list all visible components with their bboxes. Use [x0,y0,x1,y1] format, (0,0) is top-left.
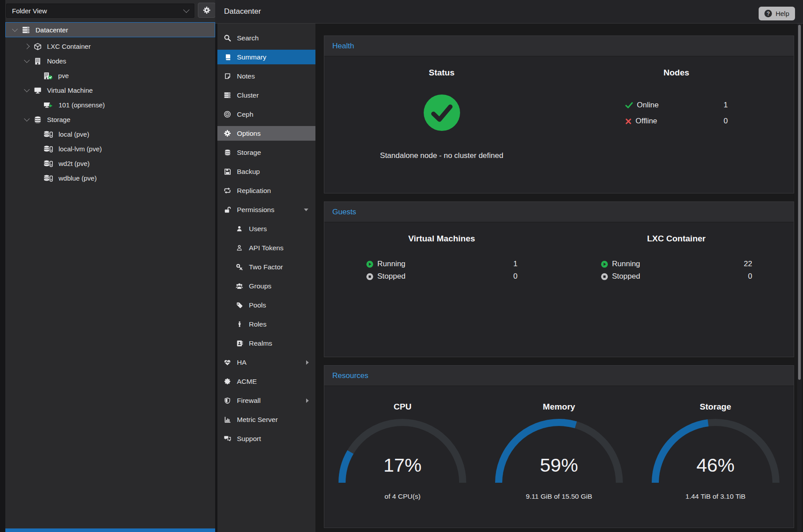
menu-item-permissions[interactable]: Permissions [217,202,315,217]
caret-expanded-icon[interactable] [24,116,30,122]
menu-item-label: Summary [237,53,266,61]
health-panel-title: Health [332,42,354,51]
menu-item-firewall[interactable]: Firewall [217,393,315,408]
tree-settings-button[interactable] [198,3,216,18]
tree-item-storage[interactable]: Storage [5,112,215,127]
view-mode-select[interactable]: Folder View [6,4,194,18]
menu-item-realms[interactable]: Realms [217,336,315,351]
tag-icon [236,301,243,309]
menu-item-roles[interactable]: Roles [217,317,315,331]
tree-item-pve[interactable]: pve [5,68,215,83]
memory-gauge: 59% [492,418,626,485]
nodes-online-label: Online [637,101,659,110]
tree-item-storage-wdblue[interactable]: wdblue (pve) [5,171,215,185]
cube-icon [34,43,42,51]
play-circle-icon [366,260,374,268]
stop-circle-icon [601,273,608,280]
database-drive-icon [43,160,53,168]
menu-item-notes[interactable]: Notes [217,69,315,83]
menu-item-metric-server[interactable]: Metric Server [217,412,315,427]
database-icon [34,116,42,124]
menu-item-support[interactable]: Support [217,431,315,446]
lxc-stopped-label: Stopped [612,272,640,281]
guests-panel: Guests Virtual Machines Running 1 Stoppe… [324,201,794,357]
menu-item-label: Search [237,34,259,42]
menu-item-label: Cluster [237,91,259,99]
storage-gauge: 46% [649,418,782,485]
memory-gauge-section: Memory 59% 9.11 GiB of 15.50 GiB [481,386,638,500]
menu-item-label: HA [237,359,247,366]
address-book-icon [236,339,243,347]
vm-stopped-label: Stopped [378,272,405,281]
ceph-icon [224,110,231,118]
vm-stopped-row: Stopped 0 [366,272,518,281]
tree-item-label: Datacenter [35,26,68,34]
help-button[interactable]: ? Help [759,7,795,20]
tree-item-storage-wd2t[interactable]: wd2t (pve) [5,156,215,171]
tree-item-label: local-lvm (pve) [59,145,102,153]
menu-item-two-factor[interactable]: Two Factor [217,260,315,274]
storage-subtitle: 1.44 TiB of 3.10 TiB [637,493,794,500]
menu-item-label: Users [249,225,267,233]
caret-expanded-icon[interactable] [24,87,30,92]
tree-item-label: local (pve) [59,130,89,138]
node-online-icon [43,72,53,80]
lxc-heading: LXC Container [559,234,794,244]
cross-icon [625,118,632,125]
chevron-right-icon[interactable] [306,360,309,365]
menu-item-label: Notes [237,72,255,80]
menu-item-cluster[interactable]: Cluster [217,88,315,102]
menu-item-search[interactable]: Search [217,31,315,45]
menu-item-replication[interactable]: Replication [217,183,315,198]
menu-item-ha[interactable]: HA [217,355,315,370]
resources-panel: Resources CPU 17% of 4 CPU(s) Memory 59% [324,365,794,528]
menu-item-label: Two Factor [249,263,283,271]
caret-expanded-icon[interactable] [12,26,18,32]
menu-item-storage[interactable]: Storage [217,145,315,160]
menu-item-groups[interactable]: Groups [217,279,315,293]
bottom-splitter[interactable] [5,528,215,532]
memory-percent: 59% [492,454,626,476]
menu-item-users[interactable]: Users [217,221,315,236]
bar-chart-icon [224,416,231,423]
vm-running-icon [43,101,53,109]
menu-item-summary[interactable]: Summary [217,50,315,64]
tree-item-storage-local[interactable]: local (pve) [5,127,215,142]
tree-item-nodes[interactable]: Nodes [5,54,215,68]
seal-icon [224,378,231,385]
storage-gauge-section: Storage 46% 1.44 TiB of 3.10 TiB [637,386,794,500]
lxc-running-row: Running 22 [601,260,752,268]
tree-item-vm-101[interactable]: 101 (opnsense) [5,98,215,112]
content-scrollbar[interactable] [797,24,802,532]
menu-item-backup[interactable]: Backup [217,164,315,179]
menu-item-options[interactable]: Options [217,126,315,141]
nodes-online-value: 1 [724,101,728,110]
tree-item-storage-local-lvm[interactable]: local-lvm (pve) [5,142,215,156]
tree-item-datacenter[interactable]: Datacenter [5,22,215,37]
caret-collapsed-icon[interactable] [24,43,30,49]
menu-item-api-tokens[interactable]: API Tokens [217,240,315,255]
nodes-online-row: Online 1 [625,101,728,110]
virtual-machines-section: Virtual Machines Running 1 Stopped 0 [324,222,559,284]
book-icon [224,53,231,61]
help-button-label: Help [775,10,789,17]
database-drive-icon [43,174,53,182]
chevron-right-icon[interactable] [306,398,309,403]
menu-item-ceph[interactable]: Ceph [217,107,315,122]
scrollbar-thumb[interactable] [798,25,801,380]
play-circle-icon [601,260,608,268]
tree-item-virtual-machine[interactable]: Virtual Machine [5,83,215,98]
nodes-status-section: Nodes Online 1 Offline 0 [559,56,794,160]
menu-item-acme[interactable]: ACME [217,374,315,389]
menu-item-label: Metric Server [237,416,278,424]
caret-expanded-icon[interactable] [24,57,30,63]
stop-circle-icon [366,273,374,280]
lxc-section: LXC Container Running 22 Stopped 0 [559,222,794,284]
retweet-icon [224,187,231,194]
menu-item-pools[interactable]: Pools [217,298,315,312]
resource-tree-panel: Folder View Datacenter LXC Container [5,0,215,528]
tree-item-lxc-container[interactable]: LXC Container [5,39,215,54]
status-heading: Status [324,68,559,78]
unlock-icon [224,206,231,213]
chevron-down-icon[interactable] [304,209,308,211]
